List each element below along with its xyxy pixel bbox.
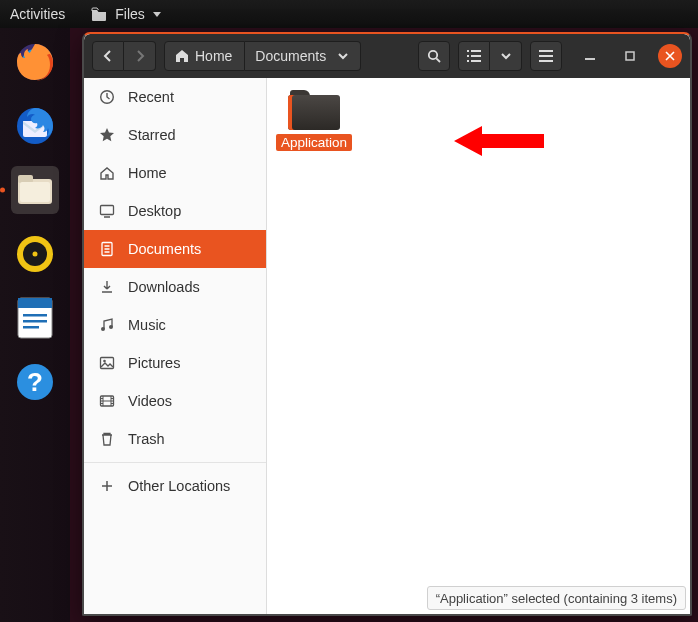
forward-button[interactable]: [124, 41, 156, 71]
activities-button[interactable]: Activities: [10, 6, 65, 22]
svg-rect-21: [467, 60, 469, 62]
svg-rect-23: [539, 50, 553, 52]
sidebar-item-recent[interactable]: Recent: [84, 78, 266, 116]
home-icon: [175, 49, 189, 63]
sidebar-label: Downloads: [128, 279, 200, 295]
view-options-button[interactable]: [490, 41, 522, 71]
folder-label: Application: [276, 134, 352, 151]
sidebar-item-home[interactable]: Home: [84, 154, 266, 192]
sidebar-item-starred[interactable]: Starred: [84, 116, 266, 154]
dock-app-firefox[interactable]: [11, 38, 59, 86]
dock-app-music[interactable]: [11, 230, 59, 278]
svg-point-8: [33, 252, 38, 257]
svg-rect-27: [626, 52, 634, 60]
svg-rect-19: [467, 55, 469, 57]
sidebar-label: Trash: [128, 431, 165, 447]
svg-rect-17: [467, 50, 469, 52]
home-icon: [98, 165, 116, 181]
search-button[interactable]: [418, 41, 450, 71]
status-bar: “Application” selected (containing 3 ite…: [427, 586, 686, 610]
status-text: “Application” selected (containing 3 ite…: [436, 591, 677, 606]
svg-point-16: [429, 51, 437, 59]
svg-rect-4: [18, 175, 33, 183]
pathbar: Home Documents: [164, 41, 361, 71]
headerbar: Home Documents: [84, 34, 690, 78]
list-view-button[interactable]: [458, 41, 490, 71]
svg-rect-10: [18, 298, 52, 308]
plus-icon: [98, 478, 116, 494]
minimize-button[interactable]: [578, 44, 602, 68]
sidebar-label: Documents: [128, 241, 201, 257]
documents-icon: [98, 241, 116, 257]
content-area[interactable]: Application “Application” selected (cont…: [267, 78, 690, 614]
sidebar: Recent Starred Home Desktop Documents Do…: [84, 78, 267, 614]
search-icon: [427, 49, 441, 63]
svg-rect-5: [20, 182, 50, 202]
sidebar-label: Other Locations: [128, 478, 230, 494]
list-icon: [467, 50, 481, 62]
maximize-button[interactable]: [618, 44, 642, 68]
sidebar-separator: [84, 462, 266, 463]
svg-point-31: [101, 327, 105, 331]
svg-rect-24: [539, 55, 553, 57]
path-current-label: Documents: [255, 48, 326, 64]
path-home[interactable]: Home: [164, 41, 245, 71]
sidebar-item-desktop[interactable]: Desktop: [84, 192, 266, 230]
sidebar-label: Music: [128, 317, 166, 333]
path-home-label: Home: [195, 48, 232, 64]
desktop-icon: [98, 203, 116, 219]
chevron-left-icon: [102, 50, 114, 62]
sidebar-item-other-locations[interactable]: Other Locations: [84, 467, 266, 505]
svg-rect-29: [101, 206, 114, 215]
dock-app-writer[interactable]: [11, 294, 59, 342]
maximize-icon: [625, 51, 635, 61]
star-icon: [98, 127, 116, 143]
sidebar-item-videos[interactable]: Videos: [84, 382, 266, 420]
svg-rect-11: [23, 314, 47, 317]
svg-point-32: [109, 325, 113, 329]
pictures-icon: [98, 355, 116, 371]
sidebar-label: Recent: [128, 89, 174, 105]
dock-app-files[interactable]: [11, 166, 59, 214]
dock-app-thunderbird[interactable]: [11, 102, 59, 150]
hamburger-menu-button[interactable]: [530, 41, 562, 71]
activities-label: Activities: [10, 6, 65, 22]
chevron-down-icon: [153, 12, 161, 17]
sidebar-item-music[interactable]: Music: [84, 306, 266, 344]
chevron-down-icon: [338, 51, 348, 61]
sidebar-label: Videos: [128, 393, 172, 409]
sidebar-item-documents[interactable]: Documents: [84, 230, 266, 268]
gnome-top-panel: Activities Files: [0, 0, 698, 28]
sidebar-item-downloads[interactable]: Downloads: [84, 268, 266, 306]
minimize-icon: [585, 51, 595, 61]
app-menu-label: Files: [115, 6, 145, 22]
chevron-right-icon: [134, 50, 146, 62]
folder-icon: [288, 90, 340, 130]
svg-rect-22: [471, 60, 481, 62]
svg-rect-12: [23, 320, 47, 323]
sidebar-item-trash[interactable]: Trash: [84, 420, 266, 458]
files-window: Home Documents: [82, 32, 692, 616]
svg-text:?: ?: [27, 367, 43, 397]
back-button[interactable]: [92, 41, 124, 71]
close-button[interactable]: [658, 44, 682, 68]
sidebar-item-pictures[interactable]: Pictures: [84, 344, 266, 382]
dock: ?: [0, 28, 70, 622]
sidebar-label: Starred: [128, 127, 176, 143]
dock-app-help[interactable]: ?: [11, 358, 59, 406]
nav-buttons: [92, 41, 156, 71]
download-icon: [98, 279, 116, 295]
svg-rect-26: [585, 58, 595, 60]
path-current[interactable]: Documents: [245, 41, 361, 71]
svg-rect-18: [471, 50, 481, 52]
svg-rect-25: [539, 60, 553, 62]
hamburger-icon: [539, 50, 553, 62]
videos-icon: [98, 393, 116, 409]
app-menu-files[interactable]: Files: [91, 6, 161, 22]
svg-rect-33: [101, 358, 114, 369]
folder-item[interactable]: Application: [275, 86, 353, 155]
svg-rect-13: [23, 326, 39, 329]
trash-icon: [98, 431, 116, 447]
sidebar-label: Home: [128, 165, 167, 181]
clock-icon: [98, 89, 116, 105]
